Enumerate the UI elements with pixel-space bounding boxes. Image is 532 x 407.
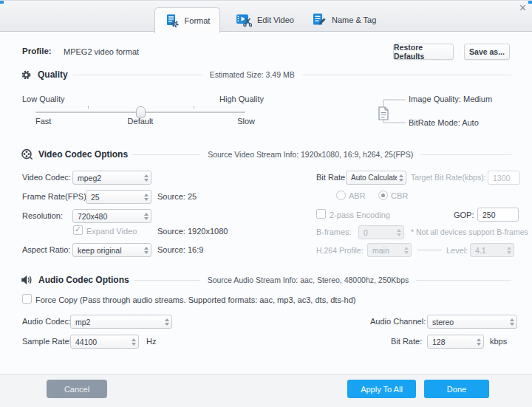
resolution-source: Source: 1920x1080 — [157, 227, 228, 236]
profile-value: MPEG2 video format — [64, 47, 139, 56]
h264-profile-value: main — [372, 246, 402, 255]
slider-high-quality-label: High Quality — [219, 95, 264, 103]
tab-bar: × Format — [0, 0, 532, 32]
level-select: 4.1 — [470, 243, 514, 257]
cbr-radio — [378, 191, 388, 200]
profile-label: Profile: — [22, 47, 52, 55]
divider — [134, 280, 200, 281]
sample-rate-value: 44100 — [75, 338, 129, 346]
spinner-icon — [144, 213, 149, 220]
tab-edit-video-label: Edit Video — [257, 16, 294, 24]
video-codec-select[interactable]: mpeg2 — [72, 171, 151, 185]
bitrate-mode-text: BitRate Mode: Auto — [409, 118, 479, 127]
cancel-button[interactable]: Cancel — [47, 380, 107, 398]
abr-label: ABR — [349, 191, 366, 200]
done-label: Done — [447, 385, 466, 394]
frame-rate-label: Frame Rate(FPS): — [22, 192, 89, 201]
b-frames-label: B-frames: — [316, 228, 352, 236]
name-tag-icon — [312, 13, 327, 27]
apply-to-all-button[interactable]: Apply To All — [347, 380, 416, 398]
video-codec-label: Video Codec: — [22, 173, 71, 182]
target-bit-rate-label: Target Bit Rate(kbps): — [411, 173, 486, 182]
aspect-ratio-select[interactable]: keep original — [72, 243, 151, 257]
audio-bit-rate-unit: kbps — [490, 337, 507, 346]
audio-section-header: Audio Codec Options Source Audio Stream … — [21, 274, 511, 286]
save-as-button[interactable]: Save as... — [464, 44, 510, 60]
audio-channel-value: stereo — [432, 318, 508, 326]
image-quality-text: Image Quality: Medium — [409, 95, 492, 103]
abr-radio — [336, 191, 346, 200]
divider — [132, 154, 200, 155]
audio-codec-label: Audio Codec: — [22, 317, 71, 326]
slider-low-quality-label: Low Quality — [22, 95, 64, 103]
tab-edit-video[interactable]: Edit Video — [236, 10, 294, 30]
b-frames-select: 0 — [358, 225, 404, 239]
gop-input[interactable]: 250 — [477, 208, 519, 222]
format-doc-gear-icon — [165, 14, 180, 28]
slider-fast-label: Fast — [35, 117, 51, 126]
force-copy-label: Force Copy (Pass through audio streams. … — [35, 295, 355, 304]
h264-profile-label: H.264 Profile: — [316, 246, 364, 255]
spinner-icon — [165, 318, 169, 326]
speaker-icon — [21, 275, 33, 285]
frame-rate-source: Source: 25 — [157, 192, 197, 201]
divider — [417, 250, 442, 250]
tab-name-tag[interactable]: Name & Tag — [312, 10, 376, 30]
audio-codec-select[interactable]: mp2 — [70, 315, 172, 329]
edit-video-icon — [236, 13, 252, 27]
resolution-select[interactable]: 720x480 — [72, 209, 151, 223]
video-stream-info: Source Video Stream Info: 1920x1080, 16:… — [205, 150, 416, 159]
audio-channel-select[interactable]: stereo — [427, 315, 517, 329]
resolution-label: Resolution: — [22, 211, 63, 220]
h264-profile-select: main — [367, 243, 412, 257]
restore-defaults-button[interactable]: Restore Defaults — [393, 44, 454, 60]
tab-format[interactable]: Format — [154, 7, 220, 33]
sample-rate-select[interactable]: 44100 — [70, 335, 139, 349]
done-button[interactable]: Done — [424, 380, 489, 398]
corner-accent-left — [0, 1, 4, 4]
divider — [420, 154, 511, 155]
spinner-icon — [144, 174, 149, 182]
audio-codec-value: mp2 — [75, 318, 163, 326]
close-icon[interactable]: × — [519, 1, 526, 15]
two-pass-label: 2-pass Encoding — [330, 211, 390, 219]
slider-slow-label: Slow — [237, 117, 255, 126]
aspect-ratio-source: Source: 16:9 — [157, 245, 203, 254]
spinner-icon — [132, 338, 136, 346]
tab-format-label: Format — [185, 16, 211, 25]
frame-rate-value: 25 — [91, 193, 142, 202]
slider-tick — [88, 106, 89, 109]
file-info-icon — [373, 92, 407, 127]
spinner-icon — [399, 174, 403, 182]
quality-slider-thumb[interactable] — [136, 106, 146, 117]
spinner-icon — [507, 247, 511, 254]
force-copy-checkbox[interactable] — [22, 294, 32, 304]
audio-channel-label: Audio Channel: — [370, 317, 426, 326]
video-codec-value: mpeg2 — [78, 174, 142, 182]
audio-stream-info: Source Audio Stream Info: aac, Stereo, 4… — [205, 276, 412, 284]
level-label: Level: — [446, 246, 468, 255]
gop-label: GOP: — [454, 211, 474, 219]
divider — [302, 75, 511, 75]
expand-video-checkbox — [73, 225, 83, 235]
quality-title: Quality — [38, 69, 68, 80]
level-value: 4.1 — [475, 246, 505, 255]
bit-rate-select[interactable]: Auto Calculate — [346, 171, 406, 185]
spinner-icon — [144, 247, 149, 254]
spinner-icon — [397, 229, 401, 236]
cancel-label: Cancel — [64, 385, 89, 394]
audio-bit-rate-value: 128 — [432, 338, 474, 346]
cbr-label: CBR — [391, 191, 408, 200]
frame-rate-select[interactable]: 25 — [86, 190, 151, 204]
apply-to-all-label: Apply To All — [361, 385, 403, 394]
target-bit-rate-input: 1300 — [488, 171, 520, 185]
restore-defaults-label: Restore Defaults — [394, 43, 453, 61]
divider — [416, 280, 511, 281]
slider-tick — [194, 106, 194, 109]
gear-icon — [21, 69, 32, 81]
b-frames-note: * Not all devices support B-frames — [411, 228, 528, 236]
aspect-ratio-value: keep original — [78, 246, 142, 255]
audio-bit-rate-select[interactable]: 128 — [427, 335, 484, 349]
video-section-title: Video Codec Options — [38, 149, 128, 160]
target-bit-rate-value: 1300 — [493, 174, 510, 182]
